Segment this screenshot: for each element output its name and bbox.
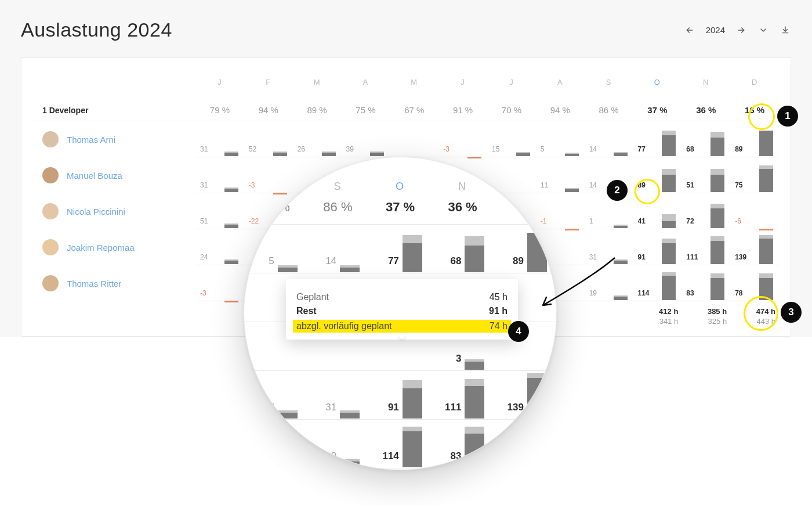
cell-bar: [224, 199, 238, 228]
zoom-cell-value: 111: [445, 402, 461, 413]
cell-value: 91: [638, 253, 646, 261]
zoom-cell-bar: [403, 380, 422, 419]
zoom-cell-value: 91: [388, 402, 399, 413]
zoom-cell[interactable]: 14: [307, 225, 369, 273]
cell-bar: [224, 235, 238, 264]
utilization-cell[interactable]: 31: [195, 157, 244, 193]
utilization-cell[interactable]: 14: [585, 121, 633, 157]
person-link[interactable]: Thomas Ritter: [67, 279, 121, 288]
zoom-cell[interactable]: 91: [369, 371, 432, 420]
utilization-cell[interactable]: [390, 121, 438, 157]
totals-spacer: [33, 301, 195, 326]
zoom-cell[interactable]: 68: [432, 225, 494, 273]
expand-dropdown-button[interactable]: [757, 24, 769, 36]
cell-value: -1: [541, 217, 547, 225]
group-pct: 94 %: [536, 99, 585, 121]
utilization-cell[interactable]: 111: [682, 229, 730, 265]
group-pct: 36 %: [682, 99, 730, 121]
utilization-cell[interactable]: 139: [730, 229, 779, 265]
utilization-cell[interactable]: 1: [585, 193, 633, 229]
utilization-cell[interactable]: 83: [682, 265, 730, 301]
utilization-cell[interactable]: -1: [536, 193, 585, 229]
zoom-cell-value: 139: [507, 402, 524, 413]
person-label: Thomas Arni: [33, 121, 195, 157]
utilization-cell[interactable]: 39: [342, 121, 390, 157]
cell-value: 41: [638, 217, 646, 225]
zoom-total: 385 h325 h: [432, 468, 494, 470]
utilization-cell[interactable]: 75: [730, 157, 779, 193]
person-link[interactable]: Joakim Repomaa: [67, 243, 135, 252]
cell-bar: [516, 127, 530, 156]
utilization-cell[interactable]: 51: [195, 193, 244, 229]
zoom-cell-bar: [403, 427, 422, 467]
utilization-cell[interactable]: 24: [195, 229, 244, 265]
zoom-total: [244, 468, 307, 470]
utilization-cell[interactable]: 78: [730, 265, 779, 301]
zoom-cell[interactable]: 139: [494, 371, 556, 420]
zoom-cell-bar: [340, 410, 360, 419]
zoom-pct: 36 %: [432, 200, 494, 224]
annotation-badge-3: 3: [781, 302, 802, 323]
cell-bar: [614, 127, 628, 156]
utilization-cell[interactable]: 72: [682, 193, 730, 229]
person-link[interactable]: Nicola Piccinini: [67, 207, 125, 217]
avatar: [42, 275, 59, 291]
utilization-cell[interactable]: 31: [195, 121, 244, 157]
utilization-cell[interactable]: 26: [293, 121, 342, 157]
utilization-cell[interactable]: 114: [633, 265, 682, 301]
cell-value: 75: [735, 181, 742, 189]
zoom-cell[interactable]: 78: [494, 420, 556, 468]
cell-value: -3: [200, 289, 206, 297]
zoom-cell[interactable]: [244, 420, 307, 468]
tooltip-planned-value: 45 h: [490, 292, 507, 302]
totals-cell: 385 h325 h: [682, 301, 730, 326]
cell-bar: [322, 127, 336, 156]
utilization-cell[interactable]: 77: [633, 121, 682, 157]
utilization-cell[interactable]: 91: [633, 229, 682, 265]
utilization-cell[interactable]: -3: [438, 121, 487, 157]
person-link[interactable]: Manuel Bouza: [67, 171, 122, 181]
cell-bar: [710, 235, 724, 264]
cell-value: 89: [735, 145, 742, 153]
avatar: [42, 131, 59, 147]
download-button[interactable]: [780, 24, 791, 36]
group-pct: 37 %: [633, 99, 682, 121]
utilization-cell[interactable]: -3: [244, 157, 293, 193]
utilization-cell[interactable]: 15: [487, 121, 536, 157]
zoom-cell[interactable]: 19: [307, 420, 369, 468]
annotation-badge-4: 4: [508, 321, 529, 342]
utilization-cell[interactable]: 5: [536, 121, 585, 157]
cell-bar: [662, 235, 676, 264]
zoom-cell-bar: [403, 235, 422, 272]
zoom-cell[interactable]: 31: [307, 371, 369, 420]
utilization-cell[interactable]: 51: [682, 157, 730, 193]
zoom-cell-value: 77: [388, 255, 399, 267]
utilization-cell[interactable]: 52: [244, 121, 293, 157]
utilization-cell[interactable]: -3: [195, 265, 244, 301]
prev-year-button[interactable]: [684, 24, 695, 36]
page-title: Auslastung 2024: [21, 19, 172, 41]
utilization-cell[interactable]: 11: [536, 157, 585, 193]
cell-value: 5: [541, 145, 545, 153]
totals-cell: [195, 301, 244, 326]
year-label[interactable]: 2024: [706, 25, 725, 35]
utilization-cell[interactable]: -6: [730, 193, 779, 229]
zoom-cell[interactable]: 111: [432, 371, 494, 420]
next-year-button[interactable]: [735, 24, 747, 36]
zoom-cell-value: 89: [513, 255, 524, 267]
zoom-cell[interactable]: 37: [244, 371, 307, 420]
zoom-cell-bar: [340, 459, 360, 467]
zoom-cell-value: 37: [263, 402, 274, 413]
cell-bar: [614, 199, 628, 228]
utilization-cell[interactable]: 68: [682, 121, 730, 157]
avatar: [42, 167, 59, 183]
highlight-ring-1: [748, 103, 775, 130]
zoom-cell[interactable]: 77: [369, 225, 432, 273]
cell-bar: [759, 163, 773, 192]
cell-bar: [662, 199, 676, 228]
zoom-cell[interactable]: 114: [369, 420, 432, 468]
zoom-cell[interactable]: 83: [432, 420, 494, 468]
zoom-cell-value: 19: [325, 450, 336, 462]
person-link[interactable]: Thomas Arni: [67, 135, 115, 145]
zoom-cell-bar: [465, 427, 484, 467]
